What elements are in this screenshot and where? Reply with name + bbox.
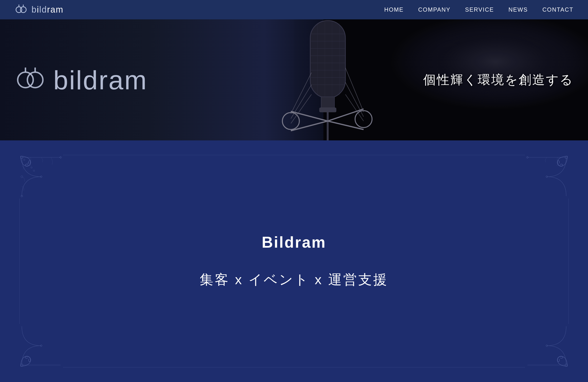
nav-service[interactable]: SERVICE [465,6,494,13]
svg-point-45 [31,167,32,168]
svg-point-42 [21,176,23,178]
logo-text: bildram [32,5,63,15]
deco-corner-bottom-left [19,324,63,367]
svg-rect-52 [526,156,528,158]
hero-logo-text: bildram [53,65,147,96]
hero-section: bildram 個性輝く環境を創造する [0,19,588,140]
navigation: HOME COMPANY SERVICE NEWS CONTACT [384,6,573,13]
svg-point-53 [21,364,23,366]
svg-rect-51 [546,176,548,178]
deco-corner-top-left [19,155,63,198]
svg-point-50 [565,156,567,159]
company-name: Bildram [200,233,388,251]
svg-point-41 [21,156,23,159]
nav-news[interactable]: NEWS [508,6,528,13]
deco-corner-top-right [525,155,569,198]
logo-area[interactable]: bildram [15,3,63,16]
svg-point-38 [27,72,43,88]
header: bildram HOME COMPANY SERVICE NEWS CONTAC… [0,0,588,19]
deco-border-left [19,198,27,324]
svg-rect-49 [21,195,23,197]
svg-rect-54 [40,345,42,347]
main-content: Bildram 集客 x イベント x 運営支援 [200,233,388,289]
svg-point-44 [27,163,29,164]
deco-corner-bottom-right [525,324,569,367]
deco-border-right [561,198,569,324]
nav-contact[interactable]: CONTACT [543,6,573,13]
deco-border-top [63,155,525,162]
hero-logo-overlay: bildram [15,64,147,96]
bottom-section: Bildram 集客 x イベント x 運営支援 [0,140,588,382]
company-tagline: 集客 x イベント x 運営支援 [200,271,388,289]
svg-point-46 [33,170,35,172]
svg-point-37 [18,72,33,88]
hero-tagline: 個性輝く環境を創造する [423,71,573,88]
svg-point-1 [20,7,26,13]
deco-border-bottom [63,360,525,367]
svg-rect-47 [40,176,42,178]
svg-point-55 [565,364,567,366]
nav-company[interactable]: COMPANY [418,6,451,13]
svg-point-43 [23,159,25,160]
logo-icon [15,3,28,16]
hero-logo-icon [15,64,46,96]
nav-home[interactable]: HOME [384,6,403,13]
svg-rect-48 [60,156,62,158]
svg-rect-56 [546,345,548,347]
